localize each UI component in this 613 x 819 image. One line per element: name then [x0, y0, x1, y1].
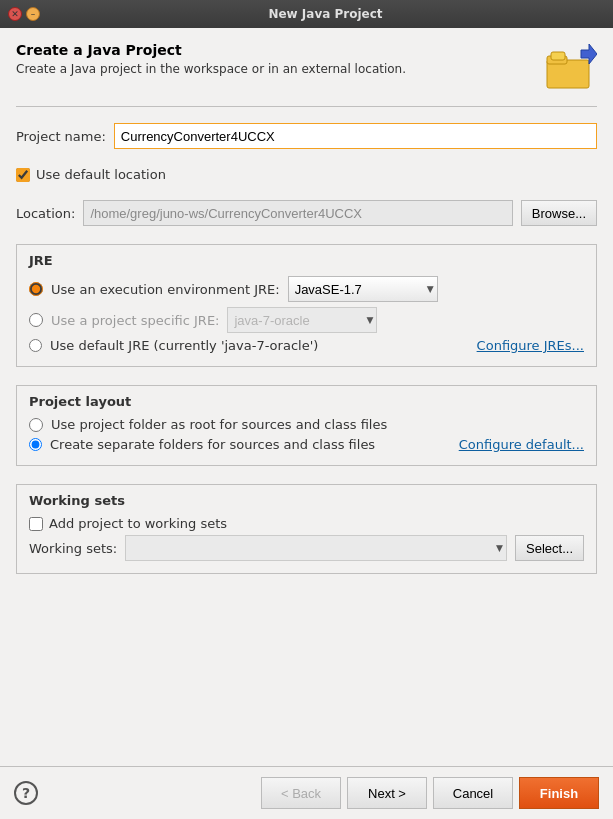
use-default-location-checkbox[interactable]	[16, 168, 30, 182]
jre-option-1-row: Use an execution environment JRE: JavaSE…	[29, 276, 584, 302]
header-separator	[16, 106, 597, 107]
working-sets-label: Working sets:	[29, 541, 117, 556]
minimize-button[interactable]: –	[26, 7, 40, 21]
layout-separate-folders-radio[interactable]	[29, 438, 42, 451]
header-section: Create a Java Project Create a Java proj…	[16, 42, 597, 94]
use-default-location-row: Use default location	[16, 167, 597, 182]
project-layout-title: Project layout	[29, 394, 584, 409]
working-sets-title: Working sets	[29, 493, 584, 508]
project-name-label: Project name:	[16, 129, 106, 144]
cancel-button[interactable]: Cancel	[433, 777, 513, 809]
layout-project-root-label[interactable]: Use project folder as root for sources a…	[51, 417, 387, 432]
location-label: Location:	[16, 206, 75, 221]
add-working-sets-checkbox[interactable]	[29, 517, 43, 531]
svg-rect-2	[551, 52, 565, 60]
jre-execution-env-radio[interactable]	[29, 282, 43, 296]
working-sets-select-wrapper	[125, 535, 507, 561]
jre-option-3-row: Use default JRE (currently 'java-7-oracl…	[29, 338, 584, 353]
jre-specific-select-wrapper: java-7-oracle	[227, 307, 377, 333]
window-title: New Java Project	[46, 7, 605, 21]
title-bar: ✕ – New Java Project	[0, 0, 613, 28]
jre-env-select[interactable]: JavaSE-1.7 JavaSE-1.6 JavaSE-1.5	[288, 276, 438, 302]
header-text: Create a Java Project Create a Java proj…	[16, 42, 406, 76]
layout-option-1-row: Use project folder as root for sources a…	[29, 417, 584, 432]
configure-default-link[interactable]: Configure default...	[459, 437, 584, 452]
layout-separate-folders-label[interactable]: Create separate folders for sources and …	[50, 437, 375, 452]
working-sets-section: Working sets Add project to working sets…	[16, 484, 597, 574]
project-name-row: Project name:	[16, 123, 597, 149]
add-to-working-sets-row: Add project to working sets	[29, 516, 584, 531]
working-sets-select-button[interactable]: Select...	[515, 535, 584, 561]
working-sets-select[interactable]	[125, 535, 507, 561]
working-sets-input-row: Working sets: Select...	[29, 535, 584, 561]
jre-option-2-row: Use a project specific JRE: java-7-oracl…	[29, 307, 584, 333]
jre-option-3-left: Use default JRE (currently 'java-7-oracl…	[29, 338, 318, 353]
layout-option-2-left: Create separate folders for sources and …	[29, 437, 375, 452]
jre-project-specific-radio[interactable]	[29, 313, 43, 327]
page-title: Create a Java Project	[16, 42, 406, 58]
navigation-buttons: < Back Next > Cancel Finish	[261, 777, 599, 809]
layout-option-2-row: Create separate folders for sources and …	[29, 437, 584, 452]
location-row: Location: Browse...	[16, 200, 597, 226]
jre-default-radio[interactable]	[29, 339, 42, 352]
location-input[interactable]	[83, 200, 512, 226]
add-working-sets-label[interactable]: Add project to working sets	[49, 516, 227, 531]
jre-env-select-wrapper: JavaSE-1.7 JavaSE-1.6 JavaSE-1.5	[288, 276, 438, 302]
help-button[interactable]: ?	[14, 781, 38, 805]
next-button[interactable]: Next >	[347, 777, 427, 809]
jre-execution-env-label[interactable]: Use an execution environment JRE:	[51, 282, 280, 297]
project-name-input[interactable]	[114, 123, 597, 149]
use-default-location-label[interactable]: Use default location	[36, 167, 166, 182]
project-layout-section: Project layout Use project folder as roo…	[16, 385, 597, 466]
jre-specific-select[interactable]: java-7-oracle	[227, 307, 377, 333]
jre-default-label[interactable]: Use default JRE (currently 'java-7-oracl…	[50, 338, 318, 353]
jre-section: JRE Use an execution environment JRE: Ja…	[16, 244, 597, 367]
page-description: Create a Java project in the workspace o…	[16, 62, 406, 76]
browse-button[interactable]: Browse...	[521, 200, 597, 226]
folder-icon	[545, 42, 597, 94]
close-button[interactable]: ✕	[8, 7, 22, 21]
back-button[interactable]: < Back	[261, 777, 341, 809]
layout-project-root-radio[interactable]	[29, 418, 43, 432]
jre-project-specific-label[interactable]: Use a project specific JRE:	[51, 313, 219, 328]
jre-section-title: JRE	[29, 253, 584, 268]
bottom-bar: ? < Back Next > Cancel Finish	[0, 766, 613, 819]
configure-jres-link[interactable]: Configure JREs...	[477, 338, 584, 353]
finish-button[interactable]: Finish	[519, 777, 599, 809]
empty-area	[16, 588, 597, 752]
window-controls[interactable]: ✕ –	[8, 7, 40, 21]
